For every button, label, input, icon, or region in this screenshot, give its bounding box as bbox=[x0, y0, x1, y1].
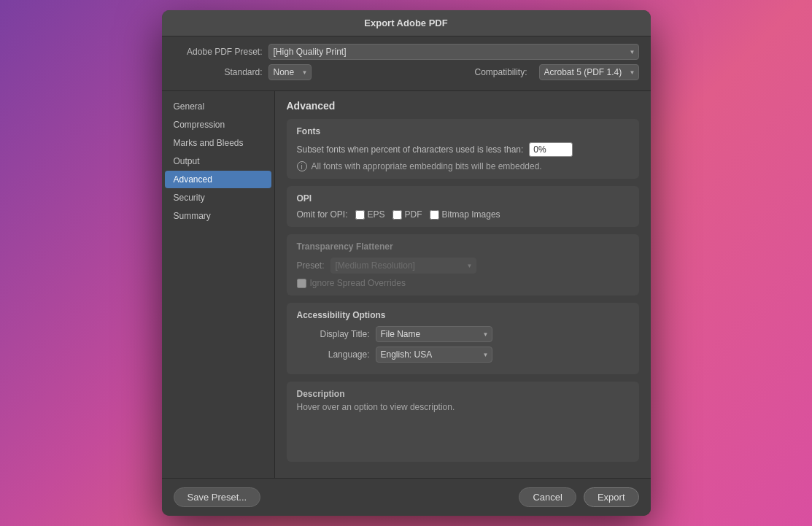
opi-section: OPI Omit for OPI: EPS PDF Bitmap Images bbox=[287, 186, 639, 227]
compatibility-group: Compatibility: Acrobat 5 (PDF 1.4) bbox=[474, 64, 638, 80]
accessibility-section: Accessibility Options Display Title: Fil… bbox=[287, 303, 639, 374]
opi-eps-checkbox[interactable] bbox=[355, 210, 365, 220]
transparency-preset-row: Preset: [Medium Resolution] bbox=[297, 258, 629, 274]
sidebar-item-output[interactable]: Output bbox=[165, 152, 271, 170]
display-title-row: Display Title: File Name Document Title bbox=[297, 326, 629, 342]
info-icon: i bbox=[297, 161, 307, 171]
opi-bitmap-group: Bitmap Images bbox=[430, 209, 500, 220]
opi-pdf-group: PDF bbox=[393, 209, 422, 220]
sidebar-item-advanced[interactable]: Advanced bbox=[165, 171, 271, 188]
standard-group: Standard: None bbox=[174, 64, 312, 80]
sidebar-item-marks-bleeds[interactable]: Marks and Bleeds bbox=[165, 134, 271, 152]
ignore-spread-label: Ignore Spread Overrides bbox=[310, 278, 406, 288]
transparency-preset-label: Preset: bbox=[297, 260, 325, 271]
language-select-wrapper: English: USA bbox=[376, 347, 492, 363]
display-title-select-wrapper: File Name Document Title bbox=[376, 326, 492, 342]
fonts-info-row: i All fonts with appropriate embedding b… bbox=[297, 161, 629, 171]
preset-row: Adobe PDF Preset: [High Quality Print] bbox=[174, 44, 639, 60]
opi-omit-label: Omit for OPI: bbox=[297, 209, 348, 220]
sidebar-item-security[interactable]: Security bbox=[165, 189, 271, 206]
transparency-section: Transparency Flattener Preset: [Medium R… bbox=[287, 234, 639, 295]
bottom-bar: Save Preset... Cancel Export bbox=[162, 478, 651, 516]
standard-compat-row: Standard: None Compatibility: Acrobat 5 … bbox=[174, 64, 639, 80]
save-preset-button[interactable]: Save Preset... bbox=[174, 487, 261, 507]
sidebar-item-general[interactable]: General bbox=[165, 98, 271, 115]
fonts-info-text: All fonts with appropriate embedding bit… bbox=[312, 161, 542, 171]
preset-label: Adobe PDF Preset: bbox=[174, 47, 268, 57]
content-area: Advanced Fonts Subset fonts when percent… bbox=[275, 91, 651, 478]
compatibility-select-wrapper: Acrobat 5 (PDF 1.4) bbox=[539, 64, 639, 80]
standard-select[interactable]: None bbox=[268, 64, 312, 80]
main-content: General Compression Marks and Bleeds Out… bbox=[162, 91, 651, 478]
fonts-section: Fonts Subset fonts when percent of chara… bbox=[287, 119, 639, 179]
transparency-preset-select-wrapper: [Medium Resolution] bbox=[330, 258, 476, 274]
fonts-section-title: Fonts bbox=[297, 126, 629, 136]
export-button[interactable]: Export bbox=[584, 487, 639, 507]
subset-fonts-row: Subset fonts when percent of characters … bbox=[297, 142, 629, 157]
opi-row: Omit for OPI: EPS PDF Bitmap Images bbox=[297, 209, 629, 220]
top-bar: Adobe PDF Preset: [High Quality Print] S… bbox=[162, 36, 651, 91]
opi-pdf-checkbox[interactable] bbox=[393, 210, 402, 220]
sidebar-item-summary[interactable]: Summary bbox=[165, 207, 271, 225]
preset-select[interactable]: [High Quality Print] bbox=[268, 44, 639, 60]
description-title: Description bbox=[297, 389, 629, 399]
ignore-spread-checkbox[interactable] bbox=[297, 279, 306, 288]
standard-label: Standard: bbox=[174, 67, 268, 77]
opi-pdf-label: PDF bbox=[405, 209, 422, 220]
subset-fonts-label: Subset fonts when percent of characters … bbox=[297, 144, 524, 155]
dialog-title: Export Adobe PDF bbox=[364, 18, 447, 28]
opi-eps-group: EPS bbox=[355, 209, 385, 220]
display-title-select[interactable]: File Name Document Title bbox=[376, 326, 492, 342]
accessibility-section-title: Accessibility Options bbox=[297, 310, 629, 320]
sidebar: General Compression Marks and Bleeds Out… bbox=[162, 91, 275, 478]
description-box: Description Hover over an option to view… bbox=[287, 382, 639, 462]
opi-section-title: OPI bbox=[297, 193, 629, 204]
compatibility-select[interactable]: Acrobat 5 (PDF 1.4) bbox=[539, 64, 639, 80]
dialog-titlebar: Export Adobe PDF bbox=[162, 10, 651, 36]
language-row: Language: English: USA bbox=[297, 347, 629, 363]
opi-eps-label: EPS bbox=[368, 209, 385, 220]
cancel-button[interactable]: Cancel bbox=[519, 487, 576, 507]
description-text: Hover over an option to view description… bbox=[297, 402, 629, 412]
ignore-spread-group: Ignore Spread Overrides bbox=[297, 278, 629, 288]
opi-bitmap-label: Bitmap Images bbox=[442, 209, 500, 220]
language-select[interactable]: English: USA bbox=[376, 347, 492, 363]
standard-select-wrapper: None bbox=[268, 64, 312, 80]
compatibility-label: Compatibility: bbox=[474, 67, 533, 77]
transparency-preset-select[interactable]: [Medium Resolution] bbox=[330, 258, 476, 274]
action-buttons: Cancel Export bbox=[519, 487, 638, 507]
language-label: Language: bbox=[297, 349, 370, 360]
sidebar-item-compression[interactable]: Compression bbox=[165, 116, 271, 134]
preset-select-wrapper: [High Quality Print] bbox=[268, 44, 639, 60]
display-title-label: Display Title: bbox=[297, 329, 370, 339]
subset-fonts-input[interactable] bbox=[529, 142, 573, 157]
opi-bitmap-checkbox[interactable] bbox=[430, 210, 439, 220]
transparency-section-title: Transparency Flattener bbox=[297, 241, 629, 252]
export-pdf-dialog: Export Adobe PDF Adobe PDF Preset: [High… bbox=[162, 10, 651, 516]
content-title: Advanced bbox=[287, 100, 639, 112]
